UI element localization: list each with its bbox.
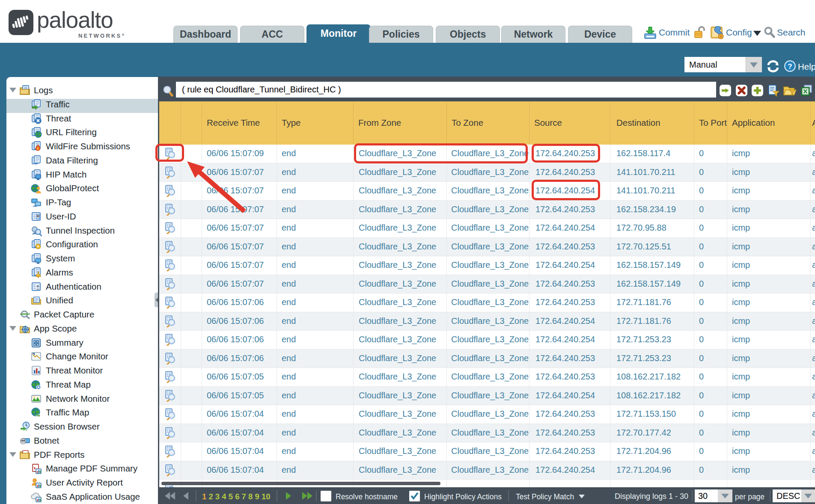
svg-text:?: ? [788, 62, 792, 71]
